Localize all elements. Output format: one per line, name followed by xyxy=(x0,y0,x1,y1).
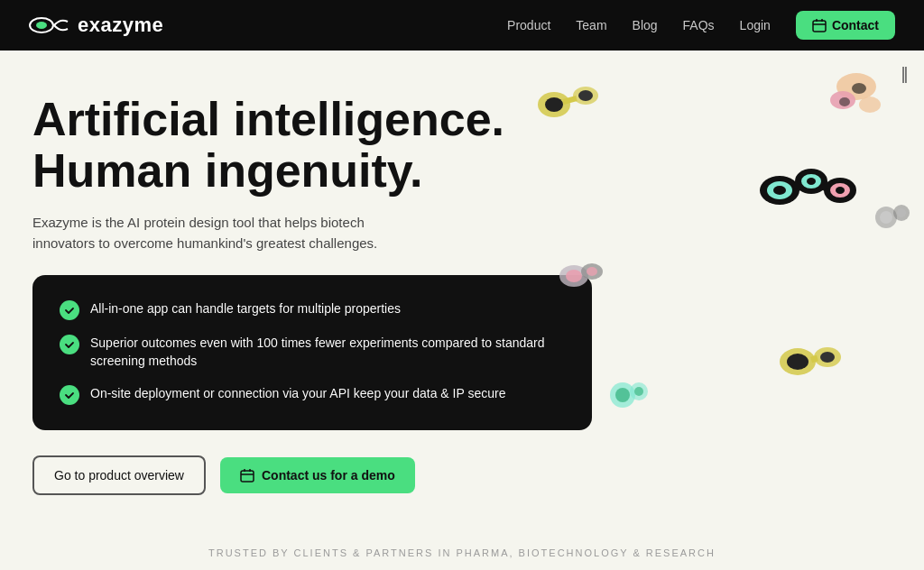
nav-blog[interactable]: Blog xyxy=(633,18,658,32)
headline-line2: Human ingenuity. xyxy=(32,144,422,197)
nav-team[interactable]: Team xyxy=(576,18,606,32)
product-overview-button[interactable]: Go to product overview xyxy=(32,455,206,495)
nav-contact-button[interactable]: Contact xyxy=(796,11,895,40)
svg-point-33 xyxy=(787,354,808,370)
svg-point-15 xyxy=(773,186,786,195)
svg-point-39 xyxy=(630,382,648,400)
protein-shape-2 xyxy=(816,60,897,127)
feature-text-2: Superior outcomes even with 100 times fe… xyxy=(90,335,565,370)
logo-icon xyxy=(29,14,69,36)
svg-point-17 xyxy=(801,174,821,188)
hero-buttons: Go to product overview Contact us for a … xyxy=(32,455,610,495)
nav-product[interactable]: Product xyxy=(507,18,550,32)
svg-point-13 xyxy=(760,176,799,205)
protein-shape-3 xyxy=(753,150,870,231)
protein-shape-5 xyxy=(870,195,915,240)
svg-point-16 xyxy=(795,169,827,194)
feature-list: All-in-one app can handle targets for mu… xyxy=(32,275,592,429)
svg-point-14 xyxy=(767,181,792,199)
svg-point-32 xyxy=(780,348,816,375)
hero-text: Artificial intelligence. Human ingenuity… xyxy=(32,94,610,495)
svg-line-36 xyxy=(811,358,818,360)
protein-shape-6 xyxy=(775,330,852,393)
demo-btn-text: Contact us for a demo xyxy=(262,468,395,483)
hero-headline: Artificial intelligence. Human ingenuity… xyxy=(32,94,610,197)
svg-point-28 xyxy=(875,207,897,228)
feature-item-3: On-site deployment or connection via you… xyxy=(60,385,565,405)
navbar: exazyme Product Team Blog FAQs Login Con… xyxy=(0,0,924,51)
nav-links: Product Team Blog FAQs Login Contact xyxy=(507,11,895,40)
logo-text: exazyme xyxy=(78,14,163,37)
logo: exazyme xyxy=(29,14,163,37)
svg-point-8 xyxy=(836,73,876,100)
svg-rect-2 xyxy=(813,21,826,32)
svg-point-29 xyxy=(880,211,892,224)
check-icon-1 xyxy=(60,300,79,320)
hero-subtitle: Exazyme is the AI protein design tool th… xyxy=(32,213,430,253)
svg-point-18 xyxy=(807,178,816,185)
demo-contact-button[interactable]: Contact us for a demo xyxy=(220,457,415,493)
feature-text-3: On-site deployment or connection via you… xyxy=(90,385,505,403)
feature-item-2: Superior outcomes even with 100 times fe… xyxy=(60,335,565,370)
svg-point-21 xyxy=(836,187,845,194)
nav-faqs[interactable]: FAQs xyxy=(683,18,715,32)
svg-point-35 xyxy=(820,352,835,363)
svg-point-37 xyxy=(610,382,635,408)
svg-point-10 xyxy=(859,97,881,113)
svg-point-19 xyxy=(824,178,856,203)
check-icon-3 xyxy=(60,385,79,405)
pause-button[interactable]: ‖ xyxy=(892,61,917,87)
calendar-demo-icon xyxy=(240,468,254,483)
feature-item-1: All-in-one app can handle targets for mu… xyxy=(60,300,565,320)
svg-point-20 xyxy=(830,183,850,198)
feature-text-1: All-in-one app can handle targets for mu… xyxy=(90,300,401,318)
nav-login[interactable]: Login xyxy=(740,18,771,32)
svg-point-1 xyxy=(36,22,47,29)
protein-shape-7 xyxy=(608,375,653,416)
svg-point-12 xyxy=(839,97,850,106)
svg-point-11 xyxy=(852,83,866,94)
calendar-icon xyxy=(812,18,827,32)
hero-section: ‖ xyxy=(0,51,924,495)
svg-point-40 xyxy=(634,387,643,396)
trusted-label: TRUSTED BY CLIENTS & PARTNERS IN PHARMA,… xyxy=(32,547,892,558)
svg-point-30 xyxy=(893,205,910,221)
trusted-section: TRUSTED BY CLIENTS & PARTNERS IN PHARMA,… xyxy=(0,531,924,570)
svg-point-38 xyxy=(615,388,630,402)
check-icon-2 xyxy=(60,335,79,354)
headline-line1: Artificial intelligence. xyxy=(32,93,504,145)
svg-point-31 xyxy=(897,208,906,217)
svg-point-9 xyxy=(830,91,855,109)
svg-line-22 xyxy=(796,184,799,188)
svg-line-23 xyxy=(824,184,827,188)
svg-point-34 xyxy=(814,347,841,367)
svg-rect-41 xyxy=(241,471,254,482)
